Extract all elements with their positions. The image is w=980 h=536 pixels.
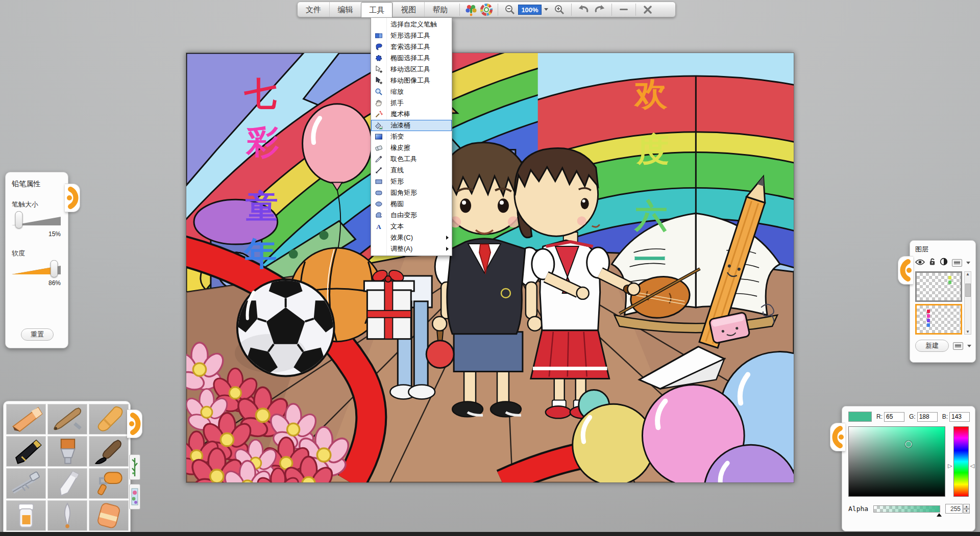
zoom-out-button[interactable] xyxy=(502,3,518,17)
menu-edit[interactable]: 编辑 xyxy=(329,2,361,17)
brush-fountain-pen[interactable] xyxy=(6,436,46,467)
hue-arrow-left[interactable]: ▷ xyxy=(948,463,952,468)
layer-visibility-icon[interactable] xyxy=(915,258,925,267)
zoom-dropdown-caret[interactable] xyxy=(544,8,548,11)
brush-paint-tube[interactable] xyxy=(6,500,46,531)
drawing-canvas[interactable]: 七 彩 童 年 欢 度 六 一 xyxy=(186,53,794,483)
tools-menu-item-12[interactable]: 橡皮擦 xyxy=(371,142,452,154)
tools-menu-item-13[interactable]: 取色工具 xyxy=(371,154,452,165)
rect-select-icon xyxy=(371,32,386,40)
alpha-value[interactable]: 255 xyxy=(945,504,963,514)
softness-slider[interactable] xyxy=(12,260,61,278)
brush-fine-brush[interactable] xyxy=(47,500,87,531)
tools-menu-item-label: 橡皮擦 xyxy=(386,143,410,152)
panel-grip[interactable] xyxy=(830,423,845,451)
stamp-brush-set-button[interactable] xyxy=(129,484,140,509)
tools-menu-item-9[interactable]: 魔术棒 xyxy=(371,109,452,120)
panel-grip[interactable] xyxy=(127,410,142,438)
new-layer-button[interactable]: 新建 xyxy=(915,340,949,352)
minimize-button[interactable] xyxy=(616,3,632,17)
canvas-text-char: 一 xyxy=(634,241,667,278)
tools-menu-item-11[interactable]: 渐变 xyxy=(371,131,452,142)
layer-item-top[interactable] xyxy=(915,271,962,302)
alpha-marker[interactable] xyxy=(937,513,942,517)
layer-lock-icon[interactable] xyxy=(929,258,936,268)
panel-grip[interactable] xyxy=(898,256,913,285)
scroll-down-icon[interactable]: ▼ xyxy=(966,329,970,334)
layer-content-mark xyxy=(927,323,930,327)
brush-crayon[interactable] xyxy=(89,404,129,435)
brush-paint-roller[interactable] xyxy=(89,468,129,499)
brush-palette-knife[interactable] xyxy=(47,468,87,499)
tools-menu-item-18[interactable]: 自由变形 xyxy=(371,210,452,221)
tools-menu-item-3[interactable]: 套索选择工具 xyxy=(371,41,452,53)
scrollbar-thumb[interactable] xyxy=(965,284,971,297)
zoom-in-button[interactable] xyxy=(551,3,568,17)
brush-airbrush[interactable] xyxy=(6,468,46,499)
layers-scrollbar[interactable]: ▲ ▼ xyxy=(964,271,971,335)
tools-menu-item-21[interactable]: 调整(A) xyxy=(371,243,452,254)
brush-size-slider[interactable] xyxy=(12,211,61,229)
color-wheel-icon[interactable] xyxy=(479,3,494,17)
alpha-spin-up[interactable]: ▲ xyxy=(963,504,970,509)
layer-menu-caret[interactable] xyxy=(966,262,970,264)
redo-button[interactable] xyxy=(592,3,608,17)
layers-options-caret[interactable] xyxy=(967,345,971,347)
tools-menu-item-1[interactable]: 选择自定义笔触 xyxy=(371,19,452,30)
tools-menu-item-14[interactable]: 直线 xyxy=(371,165,452,176)
tools-menu-item-label: 缩放 xyxy=(386,87,404,96)
toolbar-separator xyxy=(459,4,460,16)
tools-menu-item-15[interactable]: 矩形 xyxy=(371,176,452,187)
g-input[interactable] xyxy=(917,412,938,422)
bamboo-brush-set-button[interactable] xyxy=(129,454,140,480)
layers-options-button[interactable] xyxy=(953,342,963,350)
tools-menu-item-5[interactable]: 移动选区工具 xyxy=(371,64,452,75)
alpha-slider[interactable] xyxy=(873,505,940,513)
undo-button[interactable] xyxy=(575,3,592,17)
layer-item-bottom[interactable] xyxy=(915,304,962,335)
toolbar-separator xyxy=(611,4,612,16)
tools-menu-item-19[interactable]: A文本 xyxy=(371,221,452,232)
canvas-text-char: 七 xyxy=(244,75,277,112)
tools-menu-item-10[interactable]: 油漆桶 xyxy=(371,120,452,131)
menu-file[interactable]: 文件 xyxy=(298,2,329,17)
brush-size-thumb[interactable] xyxy=(15,211,23,228)
tools-menu-item-20[interactable]: 效果(C) xyxy=(371,232,452,243)
close-button[interactable] xyxy=(640,3,656,17)
brush-ink-brush[interactable] xyxy=(89,436,129,467)
r-input[interactable] xyxy=(884,412,904,422)
tools-menu-item-17[interactable]: 椭圆 xyxy=(371,198,452,210)
tools-menu-item-8[interactable]: 抓手 xyxy=(371,97,452,109)
panel-grip[interactable] xyxy=(65,184,80,212)
canvas-artwork[interactable]: 七 彩 童 年 欢 度 六 一 xyxy=(186,53,794,482)
hue-bar[interactable] xyxy=(953,426,969,497)
reset-button[interactable]: 重置 xyxy=(21,328,54,341)
hue-arrow-right[interactable]: ◁ xyxy=(970,463,974,468)
tools-menu-item-4[interactable]: 椭圆选择工具 xyxy=(371,53,452,64)
brush-eraser-stick[interactable] xyxy=(89,500,129,531)
layer-menu-button[interactable] xyxy=(952,259,962,267)
menu-help[interactable]: 帮助 xyxy=(424,2,456,17)
tools-menu-item-7[interactable]: 缩放 xyxy=(371,86,452,97)
softness-thumb[interactable] xyxy=(50,260,58,277)
tools-menu-item-label: 效果(C) xyxy=(386,233,413,242)
canvas-text-char: 欢 xyxy=(634,75,668,112)
brush-wood-pencil[interactable] xyxy=(47,404,87,435)
sv-cursor[interactable] xyxy=(905,441,912,448)
tools-menu-item-6[interactable]: 移动图像工具 xyxy=(371,75,452,86)
brush-pencil-tip[interactable] xyxy=(6,404,46,435)
tools-menu-item-2[interactable]: 矩形选择工具 xyxy=(371,30,452,41)
b-input[interactable] xyxy=(949,412,970,422)
layer-blend-icon[interactable] xyxy=(940,258,948,268)
kids-logo-icon[interactable] xyxy=(463,3,479,17)
menu-view[interactable]: 视图 xyxy=(393,2,424,17)
tools-menu-item-label: 移动图像工具 xyxy=(386,76,430,85)
alpha-spin-down[interactable]: ▼ xyxy=(963,509,970,514)
tools-menu-item-16[interactable]: 圆角矩形 xyxy=(371,187,452,198)
menu-tools[interactable]: 工具 xyxy=(361,2,393,18)
color-picker-icon xyxy=(371,155,386,163)
zoom-level-field[interactable]: 100% xyxy=(518,5,542,15)
brush-flat-brush[interactable] xyxy=(47,436,87,467)
saturation-value-square[interactable] xyxy=(848,426,945,497)
scroll-up-icon[interactable]: ▲ xyxy=(966,272,970,276)
